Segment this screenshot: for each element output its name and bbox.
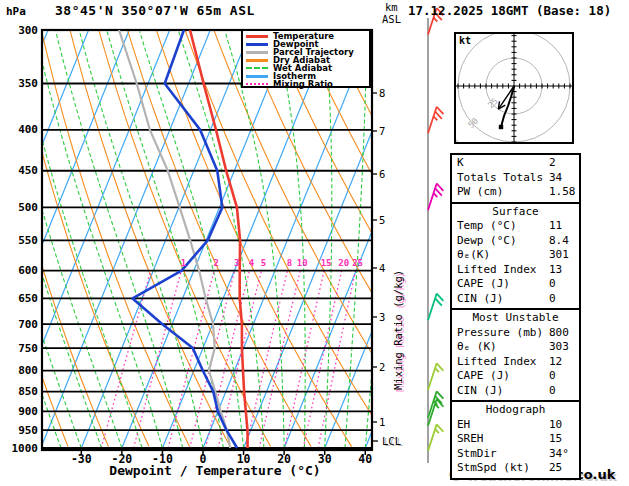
- dry-adiabat-line: [128, 30, 312, 447]
- mixing-ratio-value-label: 2: [206, 258, 226, 268]
- panel-row-label: CIN (J): [452, 384, 549, 399]
- legend-wet-adiabat-swatch: [246, 67, 268, 69]
- panel-row: EH10: [452, 418, 579, 433]
- panel-row-label: CAPE (J): [452, 277, 549, 292]
- temperature-tick-label: 40: [347, 452, 383, 466]
- panel-row-label: Pressure (mb): [452, 326, 549, 341]
- altitude-tick-label: 6: [379, 168, 385, 180]
- altitude-tick-label: 5: [379, 214, 385, 226]
- altitude-tick-label: 4: [379, 262, 385, 274]
- pressure-tick-label: 950: [4, 424, 38, 437]
- panel-row-label: Lifted Index: [452, 355, 549, 370]
- panel-row-value: 2: [549, 156, 579, 171]
- panel-row-value: 8.4: [549, 234, 579, 249]
- legend-mixing-ratio-swatch: [246, 83, 268, 85]
- mixing-ratio-value-label: 25: [348, 258, 368, 268]
- legend-isotherm-swatch: [246, 75, 268, 78]
- parcel-curve: [119, 30, 230, 448]
- panel-row: CIN (J)0: [452, 384, 579, 399]
- panel-row-value: 1.58: [549, 185, 579, 200]
- panel-row-label: θₑ(K): [452, 248, 549, 263]
- panel-row-label: StmSpd (kt): [452, 461, 549, 476]
- panel-section-header: Surface: [452, 205, 579, 220]
- panel-row-label: K: [452, 156, 549, 171]
- legend-parcel-trajectory-swatch: [246, 51, 268, 54]
- pressure-tick-label: 850: [4, 385, 38, 398]
- indices-panel: K2Totals Totals34PW (cm)1.58SurfaceTemp …: [450, 153, 581, 480]
- pressure-tick-label: 400: [4, 123, 38, 136]
- panel-row: K2: [452, 156, 579, 171]
- panel-row-value: 0: [549, 292, 579, 307]
- pressure-tick-label: 450: [4, 164, 38, 177]
- dry-adiabat-line: [156, 30, 351, 447]
- wind-barb: [428, 424, 443, 451]
- panel-row-label: EH: [452, 418, 549, 433]
- panel-row-value: 0: [549, 384, 579, 399]
- hodograph-unit-label: kt: [459, 35, 471, 46]
- mixing-ratio-value-label: 5: [253, 258, 273, 268]
- panel-row: StmSpd (kt)25: [452, 461, 579, 476]
- mixing-ratio-value-label: 10: [292, 258, 312, 268]
- panel-row-value: 301: [549, 248, 579, 263]
- panel-row: Totals Totals34: [452, 171, 579, 186]
- panel-row: θₑ (K)303: [452, 340, 579, 355]
- skewt-sounding-view: 255075 hPa 38°45'N 350°07'W 65m ASL km A…: [0, 0, 629, 486]
- wind-barb: [428, 184, 443, 211]
- panel-row: CAPE (J)0: [452, 277, 579, 292]
- panel-row-label: Totals Totals: [452, 171, 549, 186]
- panel-row: Pressure (mb)800: [452, 326, 579, 341]
- station-title: 38°45'N 350°07'W 65m ASL: [55, 3, 255, 18]
- altitude-axis-unit-asl: ASL: [382, 13, 401, 25]
- wind-barb: [428, 363, 443, 390]
- panel-section-header: Hodograph: [452, 403, 579, 418]
- panel-row: Temp (°C)11: [452, 219, 579, 234]
- panel-row-label: Dewp (°C): [452, 234, 549, 249]
- lcl-marker-label: LCL: [382, 435, 401, 447]
- dry-adiabat-line: [243, 30, 474, 447]
- panel-row-label: CIN (J): [452, 292, 549, 307]
- panel-section: HodographEH10SREH15StmDir34°StmSpd (kt)2…: [452, 400, 579, 478]
- panel-row-value: 0: [549, 277, 579, 292]
- panel-row-value: 34: [549, 171, 579, 186]
- altitude-tick-label: 7: [379, 125, 385, 137]
- pressure-tick-label: 650: [4, 292, 38, 305]
- pressure-axis-unit: hPa: [6, 5, 26, 18]
- panel-row: Lifted Index13: [452, 263, 579, 278]
- panel-section: Most UnstablePressure (mb)800θₑ (K)303Li…: [452, 308, 579, 400]
- wind-barb: [428, 107, 443, 134]
- pressure-tick-label: 550: [4, 234, 38, 247]
- legend-temperature-swatch: [246, 35, 268, 38]
- panel-row: Dewp (°C)8.4: [452, 234, 579, 249]
- panel-row: CIN (J)0: [452, 292, 579, 307]
- pressure-tick-label: 900: [4, 405, 38, 418]
- altitude-tick-label: 8: [379, 87, 385, 99]
- panel-row-value: 25: [549, 461, 579, 476]
- pressure-tick-label: 800: [4, 364, 38, 377]
- legend-dewpoint-swatch: [246, 43, 268, 46]
- legend-item: Mixing Ratio: [246, 80, 369, 88]
- panel-row-value: 12: [549, 355, 579, 370]
- pressure-tick-label: 500: [4, 201, 38, 214]
- mixing-ratio-line: [101, 271, 151, 448]
- pressure-tick-label: 750: [4, 342, 38, 355]
- pressure-tick-label: 1000: [4, 442, 38, 455]
- panel-row: CAPE (J)0: [452, 369, 579, 384]
- altitude-axis-unit-km: km: [385, 1, 398, 13]
- panel-row-label: SREH: [452, 432, 549, 447]
- panel-row: θₑ(K)301: [452, 248, 579, 263]
- panel-row: PW (cm)1.58: [452, 185, 579, 200]
- legend-dry-adiabat-swatch: [246, 59, 268, 62]
- wind-barb: [428, 294, 443, 321]
- panel-section-header: Most Unstable: [452, 311, 579, 326]
- panel-row-value: 15: [549, 432, 579, 447]
- panel-section: K2Totals Totals34PW (cm)1.58: [452, 155, 579, 202]
- panel-row-label: StmDir: [452, 447, 549, 462]
- panel-row-label: PW (cm): [452, 185, 549, 200]
- pressure-tick-label: 700: [4, 318, 38, 331]
- pressure-tick-label: 600: [4, 264, 38, 277]
- hodograph-trace-start-marker: [499, 125, 503, 129]
- temperature-axis-label: Dewpoint / Temperature (°C): [80, 463, 350, 478]
- panel-row-label: Temp (°C): [452, 219, 549, 234]
- pressure-tick-label: 300: [4, 24, 38, 37]
- panel-row-value: 800: [549, 326, 579, 341]
